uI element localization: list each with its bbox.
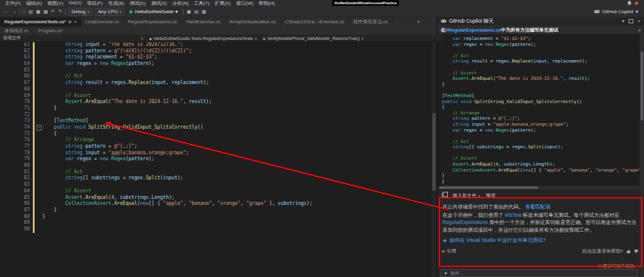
menu-item[interactable]: 调试(D) <box>127 0 148 7</box>
fold-gutter[interactable] <box>36 169 42 176</box>
fold-gutter[interactable] <box>36 207 42 214</box>
close-icon[interactable]: × <box>74 20 76 24</box>
project-dropdown[interactable]: 杂项文件 ▾ <box>3 35 143 41</box>
fold-gutter[interactable] <box>36 73 42 80</box>
fold-gutter[interactable] <box>36 118 42 125</box>
fold-gutter[interactable] <box>36 214 42 220</box>
editor-tab[interactable]: RegularExpressionsTests.cs* ⊘ × <box>0 17 82 27</box>
editor-tab[interactable]: CSharp12Gra...rExercise.cs ⊘ × <box>281 17 349 27</box>
member-dropdown[interactable]: ◆ VerifyMobilePhone_ValidMobile_ReturnsT… <box>262 36 363 41</box>
menu-item[interactable]: 窗口(W) <box>233 0 256 7</box>
thumbs-down-icon[interactable] <box>634 249 639 254</box>
undo-icon[interactable]: ↶ <box>51 10 55 14</box>
editor-code-area[interactable]: 61 string input = "The date is 2024/12/1… <box>0 42 436 233</box>
fold-gutter[interactable] <box>36 150 42 157</box>
menu-item[interactable]: 编辑(E) <box>23 0 45 7</box>
fold-gutter[interactable] <box>36 67 42 74</box>
followup-suggestion[interactable]: 如何在 Visual Studio 中运行这些单元测试? <box>437 234 644 244</box>
preview-button[interactable]: 预览 <box>486 192 496 199</box>
scrollbar-thumb[interactable] <box>432 113 436 191</box>
menu-item[interactable]: 项目(P) <box>84 0 106 7</box>
platform-dropdown[interactable]: Any CPU ▾ <box>95 8 125 16</box>
menu-item[interactable]: 扩展(X) <box>212 0 234 7</box>
fold-gutter[interactable] <box>36 156 42 163</box>
fold-gutter[interactable] <box>36 80 42 86</box>
configuration-dropdown[interactable]: Debug ▾ <box>69 8 92 16</box>
fold-gutter[interactable] <box>36 137 42 144</box>
debug-tool-icon[interactable]: ▤ <box>194 10 199 14</box>
chat-user-question[interactable]: 在 #RegularExpressions.cs 中为所有方法编写单元测试 ▾ <box>437 26 644 34</box>
editor-tab[interactable]: Program.cs* ⊘ × <box>34 27 69 35</box>
type-dropdown[interactable]: ◆ HelloDotNetGuide.Tests.RegularExpressi… <box>149 36 256 41</box>
navigate-back-icon[interactable]: ← <box>4 10 8 14</box>
editor-tab[interactable]: 单例模式.cs ⊘ × <box>0 27 34 35</box>
chat-vertical-scrollbar[interactable] <box>640 34 644 277</box>
fold-gutter[interactable]: − <box>36 125 42 131</box>
fold-gutter[interactable] <box>36 112 42 119</box>
fold-gutter[interactable] <box>36 48 42 55</box>
menu-item[interactable]: 帮助(H) <box>256 0 277 7</box>
editor-tab[interactable]: LinqExercise.cs ⊘ × <box>82 17 124 27</box>
copilot-status-button[interactable]: GitHub Copilot ▾ <box>594 9 640 14</box>
open-folder-icon[interactable]: ▤ <box>29 10 33 14</box>
scrollbar-thumb[interactable] <box>640 52 643 120</box>
save-all-icon[interactable]: ▦ <box>44 10 48 14</box>
tab-overflow-button[interactable]: ▾ <box>417 17 420 27</box>
view-matches-link[interactable]: 查看匹配项 <box>525 204 550 210</box>
menu-item[interactable]: 生成(B) <box>106 0 127 7</box>
pin-icon[interactable]: ⊘ <box>69 20 72 24</box>
question-file-reference[interactable]: #RegularExpressions.cs <box>445 27 501 33</box>
fold-gutter[interactable] <box>36 226 42 233</box>
editor-vertical-scrollbar[interactable] <box>432 42 436 277</box>
fold-gutter[interactable] <box>36 54 42 61</box>
close-icon[interactable]: × <box>637 18 640 24</box>
menu-item[interactable]: 工具(T) <box>191 0 212 7</box>
fold-gutter[interactable] <box>36 195 42 201</box>
editor-tab[interactable]: ArrayDeduplication.cs ⊘ × <box>225 17 281 27</box>
fold-collapse-icon[interactable]: − <box>36 125 42 130</box>
float-window-icon[interactable] <box>628 19 633 23</box>
copy-code-icon[interactable] <box>442 193 447 198</box>
fold-gutter[interactable] <box>36 99 42 105</box>
fold-gutter[interactable] <box>36 220 42 226</box>
menu-item[interactable]: 测试(S) <box>148 0 170 7</box>
menu-item[interactable]: 视图(V) <box>45 0 66 7</box>
fold-gutter[interactable] <box>36 93 42 99</box>
insert-new-file-button[interactable]: 插入新文件 ▾ <box>453 192 480 199</box>
editor-tab[interactable]: RegularExpressions.cs ⊘ × <box>124 17 182 27</box>
fold-gutter[interactable] <box>36 42 42 48</box>
run-button[interactable]: ▶ HelloDotNetGuide ▾ <box>127 8 180 15</box>
code-editor[interactable]: 61 string input = "The date is 2024/12/1… <box>0 42 436 277</box>
fold-gutter[interactable] <box>36 86 42 93</box>
chevron-down-icon[interactable]: ▾ <box>639 28 640 32</box>
fold-gutter[interactable] <box>36 182 42 188</box>
chat-input-partial[interactable]: 如何… <box>440 269 638 277</box>
fold-gutter[interactable] <box>36 61 42 67</box>
redo-icon[interactable]: ↷ <box>58 10 62 14</box>
fold-gutter[interactable] <box>36 131 42 138</box>
menu-item[interactable]: 文件(F) <box>2 0 23 7</box>
chat-code-horizontal-scrollbar[interactable] <box>437 186 640 189</box>
notifications-bell-icon[interactable] <box>627 1 632 6</box>
thumbs-up-icon[interactable] <box>626 249 631 254</box>
debug-tool-icon[interactable]: ▦ <box>202 10 206 14</box>
scrollbar-thumb[interactable] <box>439 186 538 189</box>
chat-code-block[interactable]: var replacement = "$1-$2-$3"; var regex … <box>437 34 640 186</box>
fold-gutter[interactable] <box>36 188 42 195</box>
references-toggle[interactable]: ▸ 引用 <box>442 248 456 254</box>
fold-gutter[interactable] <box>36 175 42 182</box>
editor-tab[interactable]: 线性查找算法.cs ⊘ × <box>349 17 392 27</box>
chevron-down-icon[interactable]: ▾ <box>622 18 624 24</box>
menu-item[interactable]: Git(G) <box>66 0 85 7</box>
navigate-forward-icon[interactable]: → <box>11 10 16 14</box>
menu-item[interactable]: 分析(N) <box>169 0 191 7</box>
platform-value: Any CPU <box>98 9 118 14</box>
editor-tab[interactable]: YieldExercise.cs ⊘ × <box>181 17 225 27</box>
fold-gutter[interactable] <box>36 163 42 169</box>
fold-gutter[interactable] <box>36 144 42 150</box>
debug-tool-icon[interactable]: ▣ <box>187 10 191 14</box>
new-file-icon[interactable]: □ <box>23 10 26 14</box>
save-icon[interactable]: ▣ <box>36 10 41 14</box>
fold-gutter[interactable] <box>36 201 42 207</box>
fold-gutter[interactable] <box>36 105 42 112</box>
